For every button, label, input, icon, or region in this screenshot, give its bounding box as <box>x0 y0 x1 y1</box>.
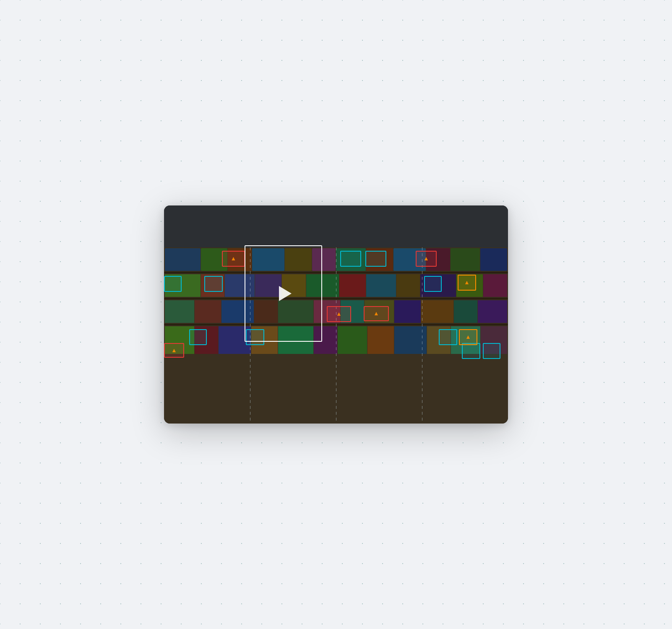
prod <box>366 274 396 297</box>
prod <box>165 300 194 323</box>
detection-box-cyan-5 <box>340 251 361 267</box>
detection-box-cyan-10 <box>483 343 500 359</box>
prod <box>195 300 221 323</box>
prod <box>394 300 421 323</box>
warning-icon-orange-1 <box>464 334 472 340</box>
warning-icon-orange-2 <box>463 279 471 286</box>
prod <box>338 326 367 354</box>
prod <box>483 274 507 297</box>
detection-box-cyan-6 <box>365 251 386 267</box>
prod <box>165 248 201 271</box>
detection-box-red-5 <box>164 343 184 358</box>
warning-icon-1 <box>230 255 237 262</box>
prod <box>396 274 420 297</box>
top-bar <box>164 205 508 247</box>
shelf-area <box>164 247 508 424</box>
prod <box>454 300 477 323</box>
prod <box>367 326 394 354</box>
warning-icon-4 <box>422 255 430 262</box>
detection-box-cyan-8 <box>439 329 457 345</box>
focus-segment-box[interactable] <box>245 245 322 342</box>
detection-box-red-2 <box>327 306 351 322</box>
warning-icon-3 <box>372 310 380 317</box>
detection-box-cyan-2 <box>204 276 223 292</box>
segment-divider-5-6 <box>336 247 336 424</box>
detection-box-cyan-9 <box>462 343 480 359</box>
detection-box-cyan-1 <box>164 276 182 292</box>
prod <box>451 248 480 271</box>
play-cursor-icon <box>279 286 292 301</box>
prod <box>480 248 507 271</box>
prod <box>339 274 366 297</box>
prod <box>421 300 453 323</box>
segment-divider-6-7 <box>422 247 422 424</box>
warning-icon-5 <box>170 347 178 354</box>
detection-box-cyan-3 <box>189 329 207 345</box>
warning-icon-2 <box>335 311 343 317</box>
detection-box-red-3 <box>364 306 389 321</box>
prod <box>478 300 507 323</box>
detection-box-red-4 <box>416 251 437 267</box>
detection-box-red-1 <box>222 251 245 267</box>
main-card: Segment 4 of 15 Segment 5 of 15 Segment … <box>164 205 508 424</box>
detection-box-orange-2 <box>458 275 476 291</box>
detection-box-cyan-7 <box>424 276 442 292</box>
detection-box-orange-1 <box>459 329 477 345</box>
